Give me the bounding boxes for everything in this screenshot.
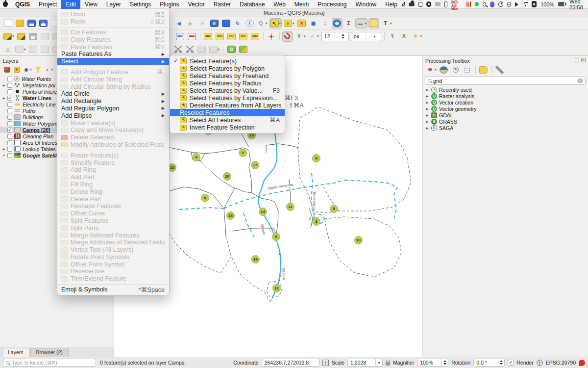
copy-move-feature-button[interactable] <box>28 44 39 54</box>
refresh-map-button[interactable]: ↻ <box>232 18 243 28</box>
render-checkbox[interactable]: ✓ <box>508 360 514 366</box>
snapping-on-intersection-button[interactable]: X <box>399 31 410 42</box>
toolbox-search-input[interactable]: grid ✕ <box>425 77 586 85</box>
submenu-item-select-features-by-polygon[interactable]: Select Features by Polygon <box>170 65 285 72</box>
layer-visibility-checkbox[interactable] <box>7 102 12 107</box>
chevron-down-icon[interactable]: ▾ <box>304 34 306 38</box>
menu-item-database[interactable]: Database <box>235 0 269 9</box>
expander-icon[interactable]: ▶ <box>425 113 429 117</box>
menubar-clock[interactable]: Wed 23:58 <box>569 0 588 10</box>
menu-item-add-rectangle[interactable]: Add Rectangle▶ <box>57 98 169 105</box>
models-button[interactable]: ⊕▾ <box>425 65 438 75</box>
text-annotation-button[interactable]: T▾ <box>380 18 393 28</box>
digitize-point-button[interactable] <box>40 31 50 42</box>
scale-combo[interactable]: 1:2028▾ <box>347 359 383 367</box>
docker-menu-icon[interactable]: d <box>402 0 405 8</box>
field-calculator-button[interactable]: ∴ <box>320 18 331 28</box>
toggle-editing-button[interactable] <box>16 31 27 42</box>
submenu-item-select-feature-s[interactable]: ✓Select Feature(s) <box>170 57 285 65</box>
expander-icon[interactable]: ▶ <box>425 120 429 123</box>
menu-item-add-regular-polygon[interactable]: Add Regular Polygon▶ <box>57 105 169 112</box>
layer-visibility-checkbox[interactable] <box>7 121 12 126</box>
results-viewer-button[interactable] <box>462 65 473 75</box>
edit-map-in-place-button[interactable] <box>238 44 248 54</box>
tab-browser-2[interactable]: Browser (2) <box>30 348 69 357</box>
menu-item-layer[interactable]: Layer <box>102 0 125 9</box>
layer-visibility-checkbox[interactable] <box>7 134 12 139</box>
cloud-icon[interactable] <box>409 2 414 6</box>
zoom-last-button[interactable]: ◀ <box>173 18 184 28</box>
edit-features-in-place-button[interactable] <box>478 65 489 75</box>
cube-icon[interactable] <box>418 2 423 7</box>
device-icon[interactable] <box>444 1 447 7</box>
expander-icon[interactable]: ▶ <box>425 101 429 104</box>
time-machine-icon[interactable] <box>498 1 503 7</box>
crs-globe-icon[interactable] <box>537 360 543 366</box>
toolbox-group-saga[interactable]: ▶SSAGA <box>422 125 588 131</box>
history-button[interactable] <box>450 65 461 75</box>
menu-item-vector[interactable]: Vector <box>184 0 209 9</box>
log-messages-icon[interactable] <box>579 360 585 366</box>
stepper-icon[interactable] <box>441 359 448 366</box>
mouse-extent-icon[interactable] <box>322 360 329 366</box>
expander-icon[interactable]: ▶ <box>425 126 429 130</box>
stepper-icon[interactable] <box>498 359 504 366</box>
menu-item-edit[interactable]: Edit <box>61 0 80 9</box>
open-project-button[interactable] <box>14 18 25 28</box>
submenu-item-select-features-by-value[interactable]: Select Features by Value...F3 <box>170 87 285 94</box>
move-feature-button[interactable]: ▾ <box>14 44 27 54</box>
layer-visibility-checkbox[interactable] <box>7 108 12 113</box>
menu-item-settings[interactable]: Settings <box>125 0 155 9</box>
battery-icon[interactable] <box>558 2 565 6</box>
show-spatial-bookmarks-button[interactable]: ★ <box>209 18 220 28</box>
snapping-visible-only-button[interactable]: ∴▾ <box>307 31 320 42</box>
processing-toolbox-toggle-button[interactable]: ⊕ <box>332 18 343 28</box>
options-button[interactable] <box>494 65 505 75</box>
chevron-down-icon[interactable]: ▾ <box>266 22 268 26</box>
menu-item-qgis[interactable]: QGIS <box>11 0 34 9</box>
menu-item-mesh[interactable]: Mesh <box>290 0 313 9</box>
keyboard-brightness-icon[interactable] <box>507 2 512 7</box>
locator-search-input[interactable]: Type to locate (⌘K) <box>3 359 96 367</box>
expander-icon[interactable]: ▶ <box>1 147 6 151</box>
save-layer-edits-button[interactable] <box>28 31 39 42</box>
layer-visibility-checkbox[interactable] <box>7 83 12 88</box>
identify-features-button[interactable]: i <box>244 18 255 28</box>
chevron-down-icon[interactable]: ▾ <box>375 359 382 366</box>
submenu-item-select-features-by-expression[interactable]: Select Features by Expression...⌘F3 <box>170 94 285 102</box>
record-icon[interactable] <box>426 1 431 7</box>
menu-item-view[interactable]: View <box>80 0 102 9</box>
chevron-down-icon[interactable]: ▾ <box>51 68 53 72</box>
toolbox-group-vector-geometry[interactable]: ▶QVector geometry <box>422 105 588 112</box>
clear-search-icon[interactable]: ✕ <box>577 79 583 83</box>
chevron-down-icon[interactable]: ▾ <box>390 22 392 26</box>
chevron-down-icon[interactable]: ▾ <box>12 34 14 38</box>
new-project-button[interactable] <box>2 18 13 28</box>
coordinate-input[interactable]: 264236.7,272013.8 <box>262 359 319 367</box>
manage-map-themes-button[interactable]: ◉▾ <box>22 66 33 74</box>
zoom-next-button[interactable]: ▶ <box>185 18 196 28</box>
browser-icon[interactable] <box>490 1 495 7</box>
add-group-button[interactable]: + <box>12 66 21 74</box>
rotate-feature-tool-button[interactable] <box>40 44 50 54</box>
chevron-down-icon[interactable]: ▾ <box>30 68 32 72</box>
layer-visibility-checkbox[interactable] <box>7 115 12 120</box>
apple-menu-icon[interactable] <box>0 1 11 7</box>
deselect-features-button[interactable]: ✕ <box>296 18 307 28</box>
menu-item-web[interactable]: Web <box>269 0 290 9</box>
open-attribute-table-button[interactable]: ▦ <box>308 18 319 28</box>
self-snapping-button[interactable]: ★▾ <box>411 31 423 42</box>
split-features-button[interactable] <box>173 44 184 54</box>
topological-editing-button[interactable]: Y <box>387 31 398 42</box>
toolbox-group-raster-analysis[interactable]: ▶QRaster analysis <box>422 93 588 99</box>
lock-icon[interactable] <box>386 362 390 366</box>
toolbox-group-vector-creation[interactable]: ▶QVector creation <box>422 99 588 105</box>
layer-visibility-checkbox[interactable] <box>7 77 12 81</box>
submenu-item-select-features-by-radius[interactable]: Select Features by Radius <box>170 79 285 87</box>
filter-legend-button[interactable] <box>34 66 43 74</box>
diagram-options-button[interactable] <box>266 31 277 42</box>
merge-features-button[interactable] <box>196 44 207 54</box>
menu-item-add-circle[interactable]: Add Circle▶ <box>57 90 169 98</box>
offset-curve-tool-button[interactable]: ▾ <box>208 44 221 54</box>
layer-visibility-checkbox[interactable] <box>7 153 12 158</box>
